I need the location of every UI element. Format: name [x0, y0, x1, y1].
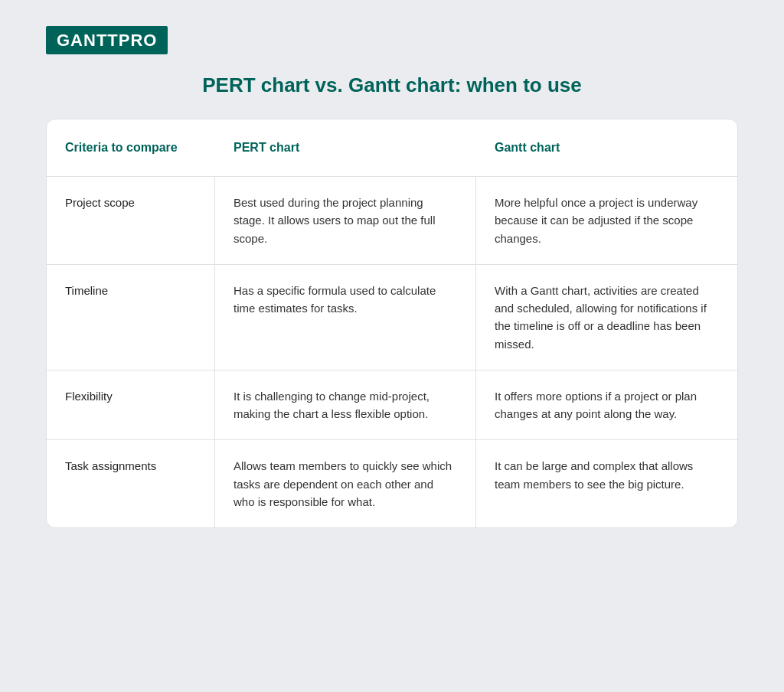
criteria-timeline: Timeline [47, 265, 215, 370]
criteria-flexibility: Flexibility [47, 370, 215, 440]
criteria-task-assignments: Task assignments [47, 440, 215, 527]
pert-timeline: Has a specific formula used to calculate… [215, 265, 476, 370]
comparison-table: Criteria to compare PERT chart Gantt cha… [46, 119, 738, 528]
logo-area: GANTTPRO [46, 31, 168, 51]
table-row: Flexibility It is challenging to change … [47, 370, 737, 441]
table-row: Timeline Has a specific formula used to … [47, 265, 737, 370]
gantt-flexibility: It offers more options if a project or p… [476, 370, 737, 440]
header-pert: PERT chart [215, 133, 476, 162]
logo: GANTTPRO [46, 26, 168, 54]
criteria-project-scope: Project scope [47, 177, 215, 264]
gantt-task-assignments: It can be large and complex that allows … [476, 440, 737, 527]
header-gantt: Gantt chart [476, 133, 737, 162]
pert-project-scope: Best used during the project planning st… [215, 177, 476, 264]
table-row: Project scope Best used during the proje… [47, 177, 737, 265]
page-title: PERT chart vs. Gantt chart: when to use [202, 73, 582, 97]
pert-task-assignments: Allows team members to quickly see which… [215, 440, 476, 527]
header-criteria: Criteria to compare [47, 133, 215, 162]
table-row: Task assignments Allows team members to … [47, 440, 737, 527]
gantt-project-scope: More helpful once a project is underway … [476, 177, 737, 264]
table-header: Criteria to compare PERT chart Gantt cha… [47, 119, 737, 177]
pert-flexibility: It is challenging to change mid-project,… [215, 370, 476, 440]
gantt-timeline: With a Gantt chart, activities are creat… [476, 265, 737, 370]
